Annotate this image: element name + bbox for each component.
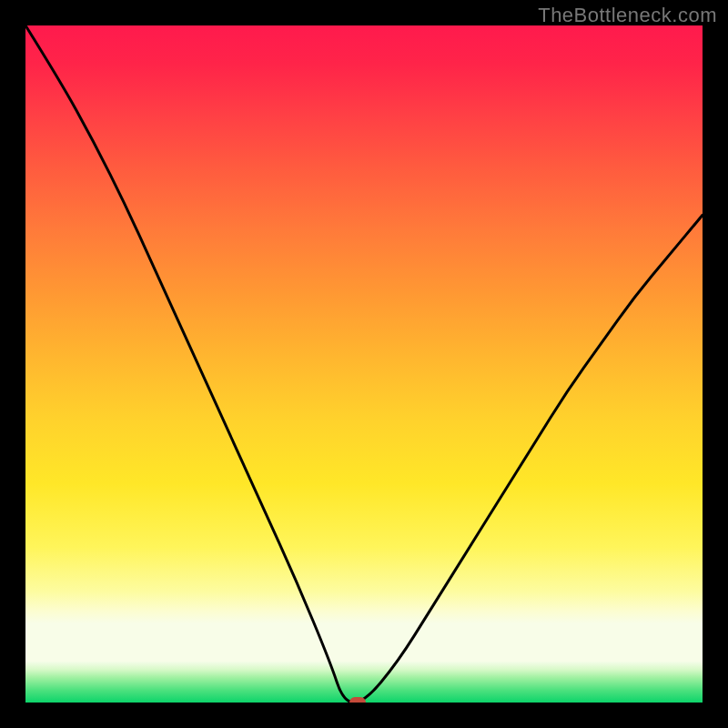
chart-frame: TheBottleneck.com — [0, 0, 728, 728]
plot-area — [25, 25, 703, 703]
watermark-text: TheBottleneck.com — [538, 4, 717, 27]
optimum-marker — [349, 697, 366, 703]
bottleneck-curve — [25, 25, 703, 703]
